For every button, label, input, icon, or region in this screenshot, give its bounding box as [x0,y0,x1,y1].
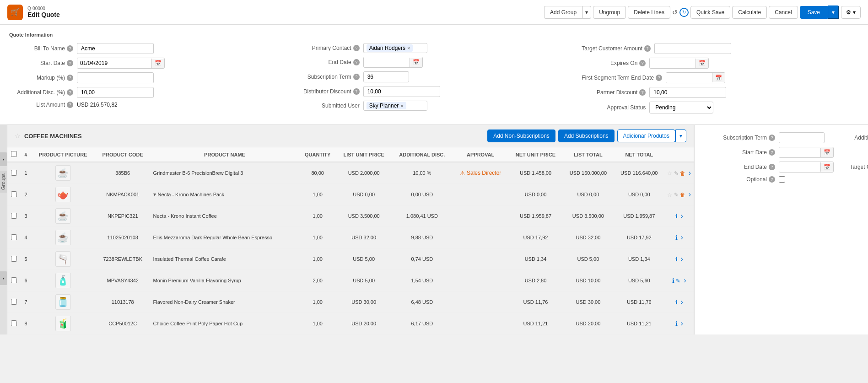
row-info-icon[interactable]: ℹ [675,299,678,306]
add-group-button[interactable]: Add Group [544,6,582,19]
quote-number: Q-00000 [27,6,60,11]
end-date-help-icon[interactable]: ? [353,59,360,65]
rp-end-date-input[interactable] [779,162,820,172]
start-date-input[interactable] [77,58,151,68]
start-date-help-icon[interactable]: ? [67,60,73,66]
adicionar-dropdown-button[interactable]: ▾ [675,129,686,142]
collapse-left-tab[interactable]: ‹ [0,152,7,166]
partner-discount-input[interactable] [649,87,726,98]
row-info-icon[interactable]: ℹ [672,277,674,284]
primary-contact-help-icon[interactable]: ? [353,45,360,51]
quick-save-button[interactable]: Quick Save [690,6,730,19]
select-all-checkbox[interactable] [11,151,17,157]
target-customer-amount-help-icon[interactable]: ? [644,45,651,52]
rp-start-date-calendar[interactable]: 📅 [820,148,833,157]
partner-discount-help-icon[interactable]: ? [639,89,646,96]
end-date-input[interactable] [364,57,410,67]
start-date-calendar-icon[interactable]: 📅 [151,59,164,68]
row-info-icon[interactable]: ℹ [675,320,678,327]
rp-end-date-help[interactable]: ? [769,164,775,170]
row-expand-icon[interactable]: › [681,298,683,306]
row-delete-icon[interactable]: 🗑 [680,192,685,198]
row-edit2-icon[interactable]: ✎ [676,278,680,284]
row-delete-icon[interactable]: 🗑 [680,170,685,177]
expires-on-input[interactable] [650,58,695,68]
rp-optional-help[interactable]: ? [769,176,775,183]
rp-optional-checkbox[interactable] [779,176,785,183]
row-expand-icon[interactable]: › [681,255,683,263]
distributor-discount-input[interactable] [363,86,440,97]
submitted-user-input[interactable]: Sky Planner × [363,101,427,111]
distributor-discount-help-icon[interactable]: ? [353,88,360,95]
subscription-term-help-icon[interactable]: ? [353,74,360,80]
row-checkbox[interactable] [11,256,17,262]
primary-contact-input[interactable]: Aidan Rodgers × [363,43,427,53]
row-checkbox[interactable] [11,170,17,176]
additional-disc-help-icon[interactable]: ? [67,89,73,96]
row-info-icon[interactable]: ℹ [675,256,678,263]
row-checkbox[interactable] [11,277,17,283]
subscription-term-input[interactable] [363,71,409,82]
rp-end-date-calendar[interactable]: 📅 [820,162,833,172]
save-dropdown-button[interactable]: ▾ [828,5,839,19]
collapse-left-tab-2[interactable]: ‹ [0,271,7,285]
cancel-button[interactable]: Cancel [769,6,798,19]
row-checkbox[interactable] [11,213,17,219]
first-segment-calendar-icon[interactable]: 📅 [712,73,725,82]
calculate-button[interactable]: Calculate [732,6,767,19]
row-expand-icon[interactable]: › [681,319,683,327]
markup-label: Markup (%) ? [9,75,73,81]
group-star-icon[interactable]: ☆ [15,132,21,140]
first-segment-help-icon[interactable]: ? [656,75,662,81]
markup-help-icon[interactable]: ? [67,75,73,81]
row-info-icon[interactable]: ℹ [675,213,678,220]
row-checkbox[interactable] [11,320,17,326]
rp-subscription-term-help[interactable]: ? [769,135,775,141]
row-star-icon[interactable]: ☆ [667,192,672,198]
row-expand-icon[interactable]: › [684,276,686,284]
groups-tab[interactable]: Groups [0,171,7,193]
submitted-user-tag-remove[interactable]: × [400,103,403,108]
row-expand-icon[interactable]: › [689,169,691,177]
ungroup-button[interactable]: Ungroup [593,6,626,19]
markup-input[interactable] [77,72,154,83]
add-subscriptions-button[interactable]: Add Subscriptions [558,129,615,142]
expires-on-help-icon[interactable]: ? [639,60,646,66]
row-checkbox[interactable] [11,191,17,197]
add-group-dropdown-button[interactable]: ▾ [582,6,591,19]
row-expand-icon[interactable]: › [681,233,683,241]
target-customer-amount-input[interactable] [654,43,731,54]
row-edit-icon[interactable]: ✎ [674,192,679,198]
bill-to-name-help-icon[interactable]: ? [67,45,73,52]
row-edit-icon[interactable]: ✎ [674,170,679,177]
refresh-icon[interactable]: ↻ [679,8,689,17]
additional-disc-input[interactable] [77,87,154,98]
end-date-calendar-icon[interactable]: 📅 [410,58,422,67]
list-amount-help-icon[interactable]: ? [67,102,73,108]
approval-status-select[interactable]: Pending Approved Rejected [649,102,713,113]
row-expand-icon[interactable]: › [681,212,683,220]
undo-icon[interactable]: ↺ [672,9,678,16]
adicionar-produtos-button[interactable]: Adicionar Produtos [617,129,675,142]
table-body: 1 ☕ 385B6 Grindmaster B-6 PrecisionBrew … [7,162,694,334]
rp-start-date-help[interactable]: ? [769,149,775,156]
rp-subscription-term-input[interactable] [779,132,825,143]
add-non-subscriptions-button[interactable]: Add Non-Subscriptions [487,129,555,142]
right-panel: Subscription Term ? Start Date ? 📅 [694,125,868,334]
start-date-label: Start Date ? [9,60,73,66]
row-expand-icon[interactable]: › [689,190,691,198]
expires-on-calendar-icon[interactable]: 📅 [695,59,708,68]
rp-start-date-input[interactable] [779,147,820,157]
row-info-icon[interactable]: ℹ [675,234,678,241]
row-star-icon[interactable]: ☆ [667,170,672,177]
delete-lines-button[interactable]: Delete Lines [628,6,670,19]
first-segment-input[interactable] [666,73,712,83]
row-checkbox[interactable] [11,299,17,305]
gear-button[interactable]: ⚙ ▾ [841,6,861,19]
row-checkbox[interactable] [11,234,17,240]
bill-to-name-input[interactable] [77,43,154,54]
group-collapse-icon[interactable]: ▾ [153,191,156,198]
primary-contact-tag-remove[interactable]: × [407,45,410,51]
expires-on-row: Expires On ? 📅 [582,58,859,69]
save-button[interactable]: Save [800,6,828,19]
